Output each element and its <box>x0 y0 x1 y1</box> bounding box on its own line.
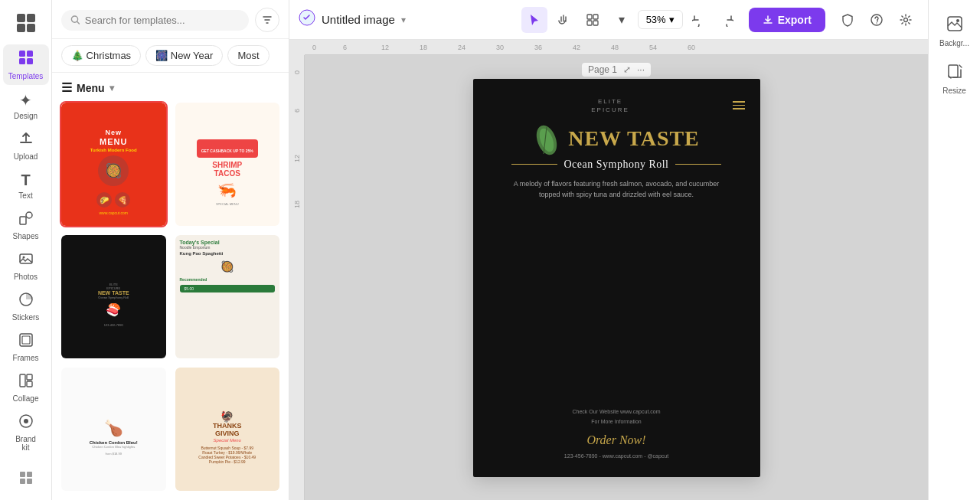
sidebar-item-text[interactable]: T Text <box>3 167 49 204</box>
svg-point-9 <box>26 212 32 218</box>
svg-point-19 <box>24 419 28 423</box>
sidebar-label-photos: Photos <box>14 273 38 281</box>
app-logo[interactable] <box>15 12 37 34</box>
select-tool-button[interactable] <box>521 7 547 33</box>
upload-icon <box>18 131 34 150</box>
logo-area <box>0 6 51 43</box>
panel-header: ☰ Menu ▾ <box>52 73 289 101</box>
template-card-turkish[interactable]: New MENU Turkish Modern Food 🥘 🌮 🍕 www.c… <box>60 101 168 227</box>
title-chevron-icon[interactable]: ▾ <box>401 15 406 25</box>
card-shrimp-title: SHRIMPTACOS <box>212 161 242 178</box>
tab-christmas[interactable]: 🎄 Christmas <box>61 45 141 66</box>
sidebar-item-collage[interactable]: Collage <box>3 368 49 407</box>
background-button[interactable]: Backgr... <box>933 9 977 54</box>
sidebar-item-frames[interactable]: Frames <box>3 328 49 367</box>
svg-point-52 <box>956 19 959 22</box>
template-card-thanksgiving[interactable]: 🦃 THANKSGIVING Special Menu Butternut Sq… <box>174 366 282 492</box>
tab-newyear[interactable]: 🎆 New Year <box>145 45 223 66</box>
svg-point-32 <box>904 18 908 21</box>
help-button[interactable] <box>864 7 890 33</box>
settings-button[interactable] <box>893 7 919 33</box>
canvas-brand-header: ELITE EPICURE <box>488 97 745 114</box>
templates-grid: New MENU Turkish Modern Food 🥘 🌮 🍕 www.c… <box>52 101 289 500</box>
svg-text:54: 54 <box>649 44 657 51</box>
svg-text:12: 12 <box>293 155 301 162</box>
zoom-chevron-icon: ▾ <box>669 14 675 25</box>
search-bar[interactable] <box>61 10 249 31</box>
svg-rect-29 <box>593 21 598 25</box>
hand-tool-button[interactable] <box>550 7 577 33</box>
template-card-chicken[interactable]: 🍗 Chicken Cordon Bleu! Chicken Cordon Bl… <box>60 366 168 492</box>
zoom-control[interactable]: 53% ▾ <box>638 10 683 29</box>
sidebar-label-brand: Brandkit <box>15 435 36 452</box>
card-thanksgiving-subtitle: Special Menu <box>214 438 241 443</box>
resize-button[interactable]: Resize <box>933 57 977 101</box>
template-card-todayspecial[interactable]: Today's Special Noodle Emporium Kung Pao… <box>174 234 282 360</box>
canvas-description: A melody of flavors featuring fresh salm… <box>509 178 724 201</box>
svg-text:18: 18 <box>293 201 301 208</box>
svg-point-11 <box>22 257 24 259</box>
page-more-icon[interactable]: ··· <box>637 64 645 75</box>
svg-rect-16 <box>27 374 32 380</box>
card-newtaste-footer: 123-456-7890 <box>104 323 123 327</box>
template-card-shrimp[interactable]: GET CASHBACK UP TO 25% SHRIMPTACOS 🦐 SPE… <box>174 101 282 227</box>
frames-icon <box>18 332 34 351</box>
sidebar-label-design: Design <box>14 112 38 120</box>
template-card-newtaste[interactable]: ELITEEPICURE NEW TASTE Ocean Symphony Ro… <box>60 234 168 360</box>
sidebar-label-frames: Frames <box>13 354 39 362</box>
svg-text:0: 0 <box>312 44 316 51</box>
svg-text:0: 0 <box>293 70 301 74</box>
panel-title: Menu <box>77 82 105 94</box>
sidebar-item-design[interactable]: ✦ Design <box>3 87 49 125</box>
card-newtaste-brand: ELITEEPICURE <box>106 283 120 290</box>
templates-panel: 🎄 Christmas 🎆 New Year Most ☰ Menu ▾ New… <box>52 0 289 500</box>
svg-text:6: 6 <box>293 109 301 113</box>
sidebar-item-photos[interactable]: Photos <box>3 247 49 286</box>
view-options-chevron[interactable]: ▾ <box>609 7 635 33</box>
collage-icon <box>18 373 34 392</box>
export-icon <box>763 15 773 25</box>
svg-rect-7 <box>27 58 33 64</box>
canvas-body: 0 6 12 18 Page 1 ⤢ ··· <box>289 55 928 500</box>
svg-text:42: 42 <box>573 44 580 51</box>
undo-button[interactable] <box>686 7 712 33</box>
card-shrimp-badge: GET CASHBACK UP TO 25% <box>197 139 258 158</box>
svg-text:12: 12 <box>381 44 389 51</box>
redo-button[interactable] <box>714 7 740 33</box>
sidebar-item-stickers[interactable]: Stickers <box>3 287 49 326</box>
sidebar-item-shapes[interactable]: Shapes <box>3 206 49 245</box>
card-todayspecial-recommended: Recommended <box>180 277 276 282</box>
vertical-ruler: 0 6 12 18 <box>289 55 305 500</box>
dish-name: Ocean Symphony Roll <box>564 158 668 171</box>
sidebar-item-apps[interactable] <box>3 466 49 494</box>
svg-text:48: 48 <box>611 44 619 51</box>
photos-icon <box>18 251 34 270</box>
svg-rect-14 <box>22 336 30 344</box>
sidebar-item-brand[interactable]: Brandkit <box>3 409 49 456</box>
search-input[interactable] <box>85 15 240 26</box>
canvas-frame[interactable]: ELITE EPICURE <box>473 79 760 477</box>
document-icon <box>299 9 315 30</box>
svg-rect-22 <box>20 479 25 484</box>
tab-most[interactable]: Most <box>227 45 269 66</box>
shield-button[interactable] <box>835 7 861 33</box>
panel-chevron-icon[interactable]: ▾ <box>109 83 114 93</box>
sidebar-item-upload[interactable]: Upload <box>3 126 49 165</box>
export-button[interactable]: Export <box>749 8 825 32</box>
card-chicken-food: 🍗 <box>104 419 123 437</box>
view-options-button[interactable] <box>580 7 606 33</box>
card-todayspecial-subtitle: Noodle Emporium <box>180 245 276 250</box>
canvas-viewport[interactable]: Page 1 ⤢ ··· ELITE EPICURE <box>305 55 928 500</box>
panel-icon: ☰ <box>61 80 72 95</box>
top-bar-left: Untitled image ▾ <box>299 9 406 30</box>
order-now-text: Order Now! <box>564 433 668 447</box>
svg-rect-15 <box>20 374 25 387</box>
sidebar-item-label: Templates <box>8 72 44 80</box>
document-title[interactable]: Untitled image <box>322 13 395 26</box>
sidebar-item-templates[interactable]: Templates <box>3 44 49 85</box>
svg-rect-0 <box>17 14 25 22</box>
hamburger-menu-icon <box>733 101 745 109</box>
canvas-main-title: NEW TASTE <box>568 126 700 151</box>
svg-rect-26 <box>587 15 592 19</box>
filter-button[interactable] <box>255 8 279 32</box>
